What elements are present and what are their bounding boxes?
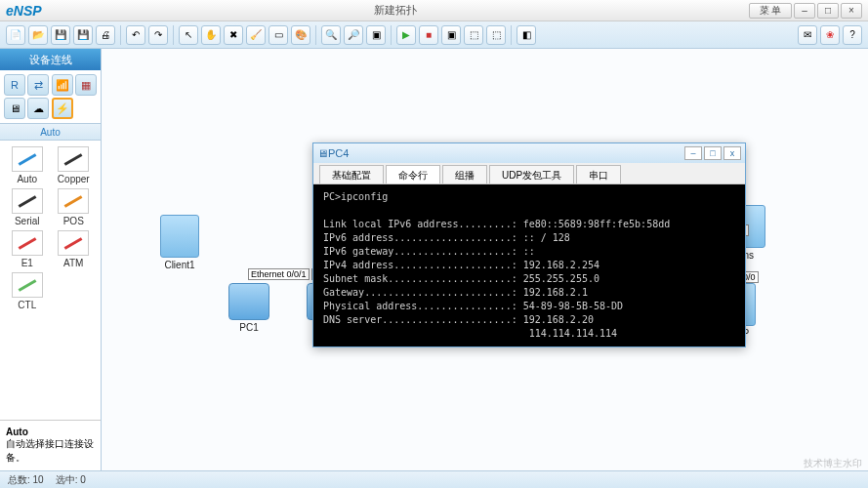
tool-saveas-icon[interactable]: 💾 (73, 25, 93, 45)
tool-atm[interactable]: ATM (53, 230, 96, 268)
tool-palette-icon[interactable]: 🎨 (291, 25, 310, 45)
tool-help-icon[interactable]: ? (843, 25, 862, 45)
iface-label: Ethernet 0/0/1 (248, 268, 310, 280)
sidebar-section-header: Auto (0, 123, 101, 141)
pc4-tab-basic[interactable]: 基础配置 (319, 165, 384, 183)
device-cloud-icon[interactable]: ☁ (27, 98, 49, 119)
tool-redo-icon[interactable]: ↷ (148, 25, 168, 45)
hint-body: 自动选择接口连接设备。 (6, 438, 94, 463)
node-pc1[interactable]: PC1 (228, 283, 269, 333)
topology-canvas[interactable]: Client1 PC1 PC2 PC3 PC4 dns HTTP Etherne… (102, 49, 868, 470)
statusbar: 总数: 10 选中: 0 (0, 470, 868, 488)
pc4-title-icon: 🖥 (317, 147, 328, 159)
pc4-titlebar[interactable]: 🖥 PC4 – □ x (313, 143, 745, 163)
tool-auto[interactable]: Auto (6, 146, 49, 184)
tool-zoomout-icon[interactable]: 🔎 (344, 25, 363, 45)
tool-open-icon[interactable]: 📂 (28, 25, 48, 45)
pc4-tabs: 基础配置 命令行 组播 UDP发包工具 串口 (313, 163, 745, 184)
tool-b-icon[interactable]: ⬚ (486, 25, 506, 45)
device-category-grid: R ⇄ 📶 ▦ 🖥 ☁ ⚡ (0, 70, 101, 123)
tool-delete-icon[interactable]: ✖ (224, 25, 243, 45)
tool-print-icon[interactable]: 🖨 (96, 25, 115, 45)
hint-title: Auto (6, 427, 95, 437)
node-client1[interactable]: Client1 (160, 215, 199, 270)
menu-button[interactable]: 菜 单 (749, 3, 792, 19)
tool-a-icon[interactable]: ⬚ (464, 25, 483, 45)
pc4-close-button[interactable]: x (723, 146, 741, 160)
tool-stop-icon[interactable]: ■ (419, 25, 438, 45)
tool-pan-icon[interactable]: ✋ (201, 25, 221, 45)
window-title: 新建拓扑 (42, 3, 749, 18)
tool-start-icon[interactable]: ▶ (396, 25, 416, 45)
tool-pointer-icon[interactable]: ↖ (179, 25, 198, 45)
sidebar: 设备连线 R ⇄ 📶 ▦ 🖥 ☁ ⚡ Auto Auto Copper Seri… (0, 49, 102, 470)
tool-zoomin-icon[interactable]: 🔍 (321, 25, 341, 45)
pc4-minimize-button[interactable]: – (684, 146, 702, 160)
pc4-window[interactable]: 🖥 PC4 – □ x 基础配置 命令行 组播 UDP发包工具 串口 PC>ip… (312, 142, 746, 347)
sidebar-header: 设备连线 (0, 49, 101, 70)
tool-save-icon[interactable]: 💾 (51, 25, 70, 45)
link-tool-grid: Auto Copper Serial POS E1 ATM CTL (0, 141, 101, 316)
tool-serial[interactable]: Serial (6, 188, 49, 226)
tool-broom-icon[interactable]: 🧹 (246, 25, 266, 45)
tool-text-icon[interactable]: ▭ (269, 25, 288, 45)
toolbar: 📄 📂 💾 💾 🖨 ↶ ↷ ↖ ✋ ✖ 🧹 ▭ 🎨 🔍 🔎 ▣ ▶ ■ ▣ ⬚ … (0, 21, 868, 49)
device-pc-icon[interactable]: 🖥 (4, 98, 25, 119)
tool-capture-icon[interactable]: ▣ (441, 25, 461, 45)
device-firewall-icon[interactable]: ▦ (75, 74, 97, 96)
tool-e1[interactable]: E1 (6, 230, 49, 268)
tool-new-icon[interactable]: 📄 (6, 25, 25, 45)
pc4-tab-udp[interactable]: UDP发包工具 (489, 165, 574, 183)
minimize-button[interactable]: – (794, 3, 815, 19)
maximize-button[interactable]: □ (817, 3, 839, 19)
pc4-tab-multicast[interactable]: 组播 (442, 165, 487, 183)
device-link-icon[interactable]: ⚡ (52, 98, 73, 119)
device-switch-icon[interactable]: ⇄ (27, 74, 49, 96)
pc4-tab-serial[interactable]: 串口 (576, 165, 621, 183)
tool-undo-icon[interactable]: ↶ (126, 25, 145, 45)
app-logo: eNSP (6, 3, 42, 19)
tool-copper[interactable]: Copper (53, 146, 96, 184)
watermark: 技术博主水印 (804, 457, 862, 470)
pc4-title-text: PC4 (328, 147, 682, 159)
sidebar-hint: Auto 自动选择接口连接设备。 (0, 420, 101, 470)
titlebar: eNSP 新建拓扑 菜 单 – □ × (0, 0, 868, 21)
tool-ctl[interactable]: CTL (6, 272, 49, 310)
pc4-terminal[interactable]: PC>ipconfig Link local IPv6 address.....… (313, 184, 745, 346)
device-router-icon[interactable]: R (4, 74, 25, 96)
tool-fit-icon[interactable]: ▣ (366, 25, 386, 45)
tool-pos[interactable]: POS (53, 188, 96, 226)
tool-c-icon[interactable]: ◧ (517, 25, 536, 45)
tool-msg-icon[interactable]: ✉ (798, 25, 817, 45)
device-wlan-icon[interactable]: 📶 (52, 74, 73, 96)
pc4-maximize-button[interactable]: □ (704, 146, 722, 160)
close-button[interactable]: × (841, 3, 862, 19)
pc4-tab-cli[interactable]: 命令行 (386, 165, 440, 183)
tool-huawei-icon[interactable]: ❀ (820, 25, 840, 45)
